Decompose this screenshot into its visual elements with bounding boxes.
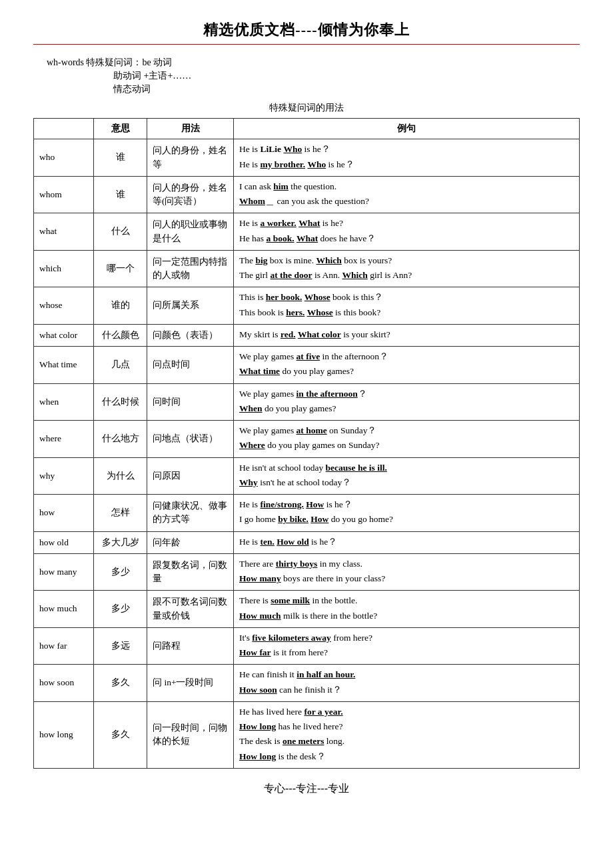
cell-examples: He has lived here for a year.How long ha… — [234, 701, 580, 768]
cell-usage: 问 in+一段时间 — [147, 665, 234, 702]
table-row: what color什么颜色问颜色（表语）My skirt is red. Wh… — [34, 324, 580, 346]
cell-examples: This is her book. Whose book is this？Thi… — [234, 287, 580, 325]
cell-word: how long — [34, 701, 94, 768]
cell-word: how much — [34, 591, 94, 628]
col-header-usage: 用法 — [147, 119, 234, 139]
cell-meaning: 谁 — [94, 176, 147, 213]
cell-usage: 问所属关系 — [147, 287, 234, 325]
page-title: 精选优质文档----倾情为你奉上 — [33, 20, 580, 40]
table-row: what什么问人的职业或事物是什么He is a worker. What is… — [34, 213, 580, 251]
cell-examples: He can finish it in half an hour.How soo… — [234, 665, 580, 702]
cell-examples: He isn't at school today because he is i… — [234, 457, 580, 495]
cell-meaning: 几点 — [94, 347, 147, 384]
cell-meaning: 多远 — [94, 627, 147, 665]
cell-usage: 问人的职业或事物是什么 — [147, 213, 234, 251]
cell-word: how soon — [34, 665, 94, 702]
cell-usage: 问点时间 — [147, 347, 234, 384]
cell-word: whom — [34, 176, 94, 213]
table-title: 特殊疑问词的用法 — [33, 102, 580, 114]
cell-usage: 跟不可数名词问数量或价钱 — [147, 591, 234, 628]
cell-meaning: 多久 — [94, 665, 147, 702]
cell-examples: He is a worker. What is he?He has a book… — [234, 213, 580, 251]
cell-meaning: 什么 — [94, 213, 147, 251]
table-row: when什么时候问时间We play games in the afternoo… — [34, 383, 580, 421]
cell-examples: There are thirty boys in my class.How ma… — [234, 553, 580, 591]
table-row: What time几点问点时间We play games at five in … — [34, 347, 580, 384]
table-row: how old多大几岁问年龄He is ten. How old is he？ — [34, 531, 580, 553]
cell-word: how old — [34, 531, 94, 553]
cell-usage: 问地点（状语） — [147, 421, 234, 458]
table-row: how far多远问路程It's five kilometers away fr… — [34, 627, 580, 665]
cell-meaning: 多少 — [94, 553, 147, 591]
cell-examples: He is fine/strong. How is he？I go home b… — [234, 495, 580, 532]
cell-examples: We play games at home on Sunday？Where do… — [234, 421, 580, 458]
cell-usage: 问健康状况、做事的方式等 — [147, 495, 234, 532]
title-divider — [33, 44, 580, 45]
cell-usage: 问一定范围内特指的人或物 — [147, 250, 234, 287]
cell-meaning: 怎样 — [94, 495, 147, 532]
table-row: how long多久问一段时间，问物体的长短He has lived here … — [34, 701, 580, 768]
table-row: which哪一个问一定范围内特指的人或物The big box is mine.… — [34, 250, 580, 287]
col-header-examples: 例句 — [234, 119, 580, 139]
cell-examples: We play games in the afternoon？When do y… — [234, 383, 580, 421]
cell-usage: 问人的身份，姓名等 — [147, 139, 234, 177]
cell-usage: 问年龄 — [147, 531, 234, 553]
cell-usage: 问颜色（表语） — [147, 324, 234, 346]
cell-meaning: 什么颜色 — [94, 324, 147, 346]
cell-examples: We play games at five in the afternoon？W… — [234, 347, 580, 384]
cell-word: What time — [34, 347, 94, 384]
cell-meaning: 谁 — [94, 139, 147, 177]
cell-meaning: 多少 — [94, 591, 147, 628]
footer-text: 专心---专注---专业 — [33, 782, 580, 796]
cell-usage: 问路程 — [147, 627, 234, 665]
cell-word: when — [34, 383, 94, 421]
cell-usage: 跟复数名词，问数量 — [147, 553, 234, 591]
table-row: whose谁的问所属关系This is her book. Whose book… — [34, 287, 580, 325]
cell-word: what color — [34, 324, 94, 346]
cell-examples: My skirt is red. What color is your skir… — [234, 324, 580, 346]
intro-section: wh-words 特殊疑问词：be 动词 助动词 +主语+…… 情态动词 — [33, 57, 580, 95]
wh-words-table: 意思 用法 例句 who谁问人的身份，姓名等He is LiLie Who is… — [33, 118, 580, 769]
table-row: whom谁问人的身份，姓名等(问宾语）I can ask him the que… — [34, 176, 580, 213]
cell-word: how far — [34, 627, 94, 665]
cell-usage: 问人的身份，姓名等(问宾语） — [147, 176, 234, 213]
cell-examples: He is LiLie Who is he？He is my brother. … — [234, 139, 580, 177]
cell-word: what — [34, 213, 94, 251]
intro-line-2: 助动词 +主语+…… — [113, 70, 580, 82]
cell-word: how many — [34, 553, 94, 591]
cell-meaning: 多大几岁 — [94, 531, 147, 553]
table-row: how much多少跟不可数名词问数量或价钱There is some milk… — [34, 591, 580, 628]
table-row: how怎样问健康状况、做事的方式等He is fine/strong. How … — [34, 495, 580, 532]
cell-meaning: 哪一个 — [94, 250, 147, 287]
cell-examples: There is some milk in the bottle.How muc… — [234, 591, 580, 628]
cell-usage: 问时间 — [147, 383, 234, 421]
cell-word: which — [34, 250, 94, 287]
intro-line-1: wh-words 特殊疑问词：be 动词 — [47, 57, 580, 69]
table-row: how soon多久问 in+一段时间He can finish it in h… — [34, 665, 580, 702]
cell-word: who — [34, 139, 94, 177]
cell-meaning: 什么时候 — [94, 383, 147, 421]
cell-meaning: 多久 — [94, 701, 147, 768]
cell-meaning: 什么地方 — [94, 421, 147, 458]
cell-examples: The big box is mine. Which box is yours?… — [234, 250, 580, 287]
cell-usage: 问一段时间，问物体的长短 — [147, 701, 234, 768]
cell-examples: He is ten. How old is he？ — [234, 531, 580, 553]
cell-usage: 问原因 — [147, 457, 234, 495]
col-header-meaning: 意思 — [94, 119, 147, 139]
cell-meaning: 谁的 — [94, 287, 147, 325]
cell-meaning: 为什么 — [94, 457, 147, 495]
cell-word: how — [34, 495, 94, 532]
intro-line-3: 情态动词 — [113, 83, 580, 95]
cell-examples: I can ask him the question.Whom＿ can you… — [234, 176, 580, 213]
table-row: how many多少跟复数名词，问数量There are thirty boys… — [34, 553, 580, 591]
table-row: why为什么问原因He isn't at school today becaus… — [34, 457, 580, 495]
table-row: who谁问人的身份，姓名等He is LiLie Who is he？He is… — [34, 139, 580, 177]
cell-word: why — [34, 457, 94, 495]
cell-word: whose — [34, 287, 94, 325]
table-row: where什么地方问地点（状语）We play games at home on… — [34, 421, 580, 458]
cell-word: where — [34, 421, 94, 458]
col-header-word — [34, 119, 94, 139]
cell-examples: It's five kilometers away from here?How … — [234, 627, 580, 665]
